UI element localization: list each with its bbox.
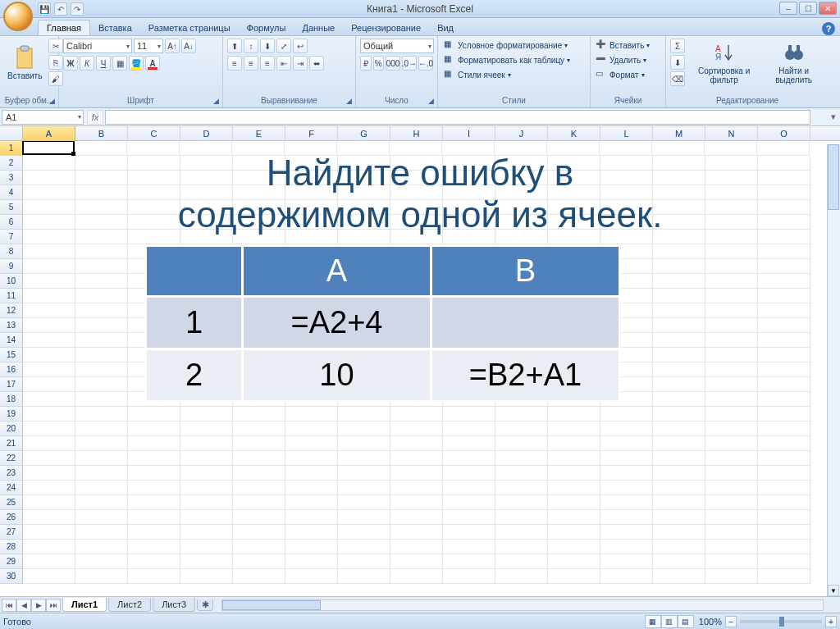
font-launcher-icon[interactable]: ◢ — [211, 96, 221, 106]
cell[interactable] — [600, 436, 653, 451]
scroll-down-icon[interactable]: ▼ — [828, 585, 839, 596]
col-header-L[interactable]: L — [600, 126, 653, 140]
cell[interactable] — [495, 525, 548, 540]
cell[interactable] — [758, 274, 810, 289]
cell[interactable] — [548, 436, 600, 451]
col-header-O[interactable]: O — [758, 126, 810, 140]
col-header-F[interactable]: F — [285, 126, 338, 140]
cell[interactable] — [390, 569, 443, 584]
cell[interactable] — [758, 318, 810, 333]
cell[interactable] — [180, 540, 233, 554]
align-right-icon[interactable]: ≡ — [260, 56, 275, 71]
cell[interactable] — [705, 466, 758, 481]
cell[interactable] — [338, 436, 390, 451]
row-header[interactable]: 23 — [0, 466, 23, 481]
tab-view[interactable]: Вид — [429, 21, 462, 35]
cell[interactable] — [75, 525, 128, 540]
cell[interactable] — [548, 525, 600, 540]
cell[interactable] — [23, 318, 75, 333]
row-header[interactable]: 26 — [0, 510, 23, 525]
sheet-nav-next-icon[interactable]: ▶ — [31, 599, 46, 612]
cell[interactable] — [23, 495, 75, 510]
cell[interactable] — [233, 569, 285, 584]
add-sheet-icon[interactable]: ✱ — [197, 599, 213, 611]
cell[interactable] — [75, 554, 128, 569]
cell[interactable] — [75, 392, 128, 407]
cell[interactable] — [758, 244, 810, 259]
row-header[interactable]: 28 — [0, 540, 23, 554]
row-header[interactable]: 17 — [0, 377, 23, 392]
sheet-nav-first-icon[interactable]: ⏮ — [2, 599, 16, 612]
cell[interactable] — [128, 569, 180, 584]
cell[interactable] — [23, 392, 75, 407]
cell[interactable] — [23, 303, 75, 318]
cell[interactable] — [390, 525, 443, 540]
cell[interactable] — [75, 259, 128, 274]
row-header[interactable]: 16 — [0, 362, 23, 377]
cell[interactable] — [653, 303, 705, 318]
row-header[interactable]: 14 — [0, 333, 23, 348]
align-left-icon[interactable]: ≡ — [227, 56, 242, 71]
cell[interactable] — [443, 525, 495, 540]
cell[interactable] — [23, 540, 75, 554]
cell[interactable] — [75, 289, 128, 303]
cell[interactable] — [285, 525, 338, 540]
cell[interactable] — [548, 510, 600, 525]
underline-icon[interactable]: Ч — [96, 56, 111, 71]
cell[interactable] — [23, 244, 75, 259]
cell[interactable] — [233, 510, 285, 525]
row-header[interactable]: 13 — [0, 318, 23, 333]
cell[interactable] — [23, 554, 75, 569]
cell[interactable] — [443, 481, 495, 495]
cell[interactable] — [443, 569, 495, 584]
align-middle-icon[interactable]: ↕ — [244, 39, 258, 53]
increase-decimal-icon[interactable]: .0→ — [402, 56, 417, 71]
cell[interactable] — [705, 436, 758, 451]
cell[interactable] — [75, 466, 128, 481]
cell[interactable] — [653, 495, 705, 510]
cell[interactable] — [600, 540, 653, 554]
decrease-decimal-icon[interactable]: ←.0 — [418, 56, 433, 71]
format-cells-button[interactable]: ▭Формат▾ — [595, 68, 661, 81]
cell[interactable] — [75, 333, 128, 348]
bold-icon[interactable]: Ж — [63, 56, 78, 71]
border-icon[interactable]: ▦ — [112, 56, 127, 71]
cell[interactable] — [548, 451, 600, 466]
cell[interactable] — [128, 495, 180, 510]
cell[interactable] — [443, 554, 495, 569]
cell[interactable] — [390, 481, 443, 495]
cell[interactable] — [23, 422, 75, 436]
cell[interactable] — [653, 510, 705, 525]
cell[interactable] — [758, 554, 810, 569]
fill-color-icon[interactable]: 🪣 — [129, 56, 144, 71]
comma-icon[interactable]: 000 — [386, 56, 400, 71]
cell[interactable] — [653, 407, 705, 422]
sheet-tab-1[interactable]: Лист1 — [62, 598, 107, 612]
col-header-D[interactable]: D — [180, 126, 233, 140]
find-select-button[interactable]: Найти и выделить — [763, 39, 824, 86]
cell[interactable] — [443, 451, 495, 466]
cell[interactable] — [653, 422, 705, 436]
cell[interactable] — [23, 525, 75, 540]
cell[interactable] — [653, 377, 705, 392]
clipboard-launcher-icon[interactable]: ◢ — [47, 96, 57, 106]
save-icon[interactable]: 💾 — [38, 2, 51, 16]
cell[interactable] — [285, 422, 338, 436]
conditional-formatting-button[interactable]: ▦Условное форматирование▾ — [442, 39, 586, 52]
cell[interactable] — [180, 554, 233, 569]
row-header[interactable]: 27 — [0, 525, 23, 540]
cell[interactable] — [758, 259, 810, 274]
cell[interactable] — [128, 481, 180, 495]
cell[interactable] — [705, 481, 758, 495]
cell[interactable] — [443, 436, 495, 451]
cell[interactable] — [758, 303, 810, 318]
col-header-E[interactable]: E — [233, 126, 285, 140]
cell[interactable] — [23, 436, 75, 451]
cell[interactable] — [390, 540, 443, 554]
cell[interactable] — [653, 392, 705, 407]
row-header[interactable]: 8 — [0, 244, 23, 259]
row-header[interactable]: 29 — [0, 554, 23, 569]
cell[interactable] — [758, 348, 810, 362]
cell[interactable] — [180, 407, 233, 422]
cell[interactable] — [338, 481, 390, 495]
